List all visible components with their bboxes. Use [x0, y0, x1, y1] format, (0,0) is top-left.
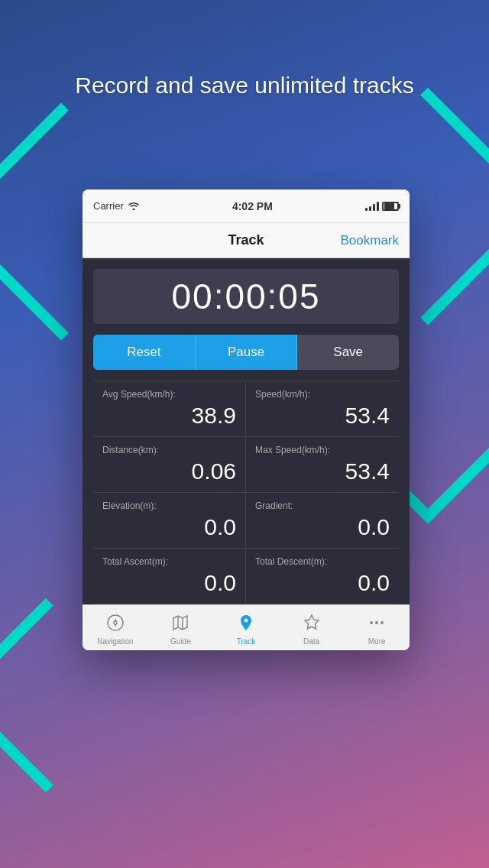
stat-cell-5: Gradient: 0.0: [246, 493, 399, 549]
stat-cell-2: Distance(km): 0.06: [93, 437, 246, 493]
stat-label-0: Avg Speed(km/h):: [102, 389, 236, 400]
nav-title: Track: [228, 232, 264, 248]
stat-cell-7: Total Descent(m): 0.0: [246, 549, 399, 604]
tab-label-data: Data: [303, 637, 319, 646]
tab-bar: Navigation Guide Track Data More: [83, 604, 410, 650]
control-buttons: Reset Pause Save: [93, 335, 399, 370]
stat-label-5: Gradient:: [255, 500, 390, 511]
wifi-icon: [128, 201, 140, 212]
nav-bar: Track Bookmark: [83, 223, 410, 258]
pause-button[interactable]: Pause: [196, 335, 298, 370]
carrier-label: Carrier: [93, 200, 140, 212]
stat-value-1: 53.4: [255, 403, 390, 429]
svg-point-6: [375, 621, 378, 624]
tab-icon-track: [237, 614, 255, 635]
tab-track[interactable]: Track: [213, 605, 279, 650]
tab-icon-guide: [171, 614, 189, 635]
stat-label-1: Speed(km/h):: [255, 389, 390, 400]
stat-value-0: 38.9: [102, 403, 236, 429]
status-bar: Carrier 4:02 PM: [83, 189, 410, 223]
tab-label-guide: Guide: [170, 637, 191, 646]
stat-value-6: 0.0: [102, 570, 236, 596]
app-content: 00:00:05 Reset Pause Save Avg Speed(km/h…: [83, 258, 410, 604]
tab-icon-more: [368, 614, 386, 635]
status-time: 4:02 PM: [232, 200, 273, 212]
tab-more[interactable]: More: [344, 605, 410, 650]
tab-icon-navigation: [106, 614, 125, 635]
phone-frame: Carrier 4:02 PM Track Boo: [83, 189, 410, 650]
tab-data[interactable]: Data: [279, 605, 345, 650]
timer-value: 00:00:05: [171, 276, 320, 317]
timer-display: 00:00:05: [93, 269, 399, 324]
save-button[interactable]: Save: [297, 335, 399, 370]
stat-cell-6: Total Ascent(m): 0.0: [93, 549, 246, 604]
stat-cell-0: Avg Speed(km/h): 38.9: [93, 381, 246, 437]
signal-icon: [365, 201, 379, 211]
stat-label-6: Total Ascent(m):: [102, 556, 236, 567]
tab-label-track: Track: [237, 637, 256, 646]
status-right: [365, 201, 399, 211]
tab-label-more: More: [368, 637, 386, 646]
tab-label-navigation: Navigation: [97, 637, 133, 646]
tab-guide[interactable]: Guide: [148, 605, 214, 650]
stat-value-5: 0.0: [255, 514, 390, 540]
battery-icon: [382, 202, 399, 211]
stats-grid: Avg Speed(km/h): 38.9 Speed(km/h): 53.4 …: [93, 381, 399, 604]
svg-point-2: [114, 621, 117, 624]
stat-label-4: Elevation(m):: [102, 500, 236, 511]
stat-value-7: 0.0: [255, 570, 390, 596]
svg-point-7: [381, 621, 384, 624]
tab-icon-data: [303, 614, 321, 635]
bookmark-button[interactable]: Bookmark: [340, 233, 399, 248]
stat-value-3: 53.4: [255, 458, 390, 484]
stat-label-2: Distance(km):: [102, 445, 236, 455]
stat-cell-4: Elevation(m): 0.0: [93, 493, 246, 549]
stat-cell-3: Max Speed(km/h): 53.4: [246, 437, 399, 493]
reset-button[interactable]: Reset: [93, 335, 196, 370]
stat-label-7: Total Descent(m):: [255, 556, 390, 567]
stat-label-3: Max Speed(km/h):: [255, 445, 390, 455]
tab-navigation[interactable]: Navigation: [83, 605, 148, 650]
stat-cell-1: Speed(km/h): 53.4: [246, 381, 399, 437]
svg-point-5: [370, 621, 373, 624]
headline: Record and save unlimited tracks: [0, 73, 489, 99]
stat-value-4: 0.0: [102, 514, 236, 540]
stat-value-2: 0.06: [102, 458, 236, 484]
